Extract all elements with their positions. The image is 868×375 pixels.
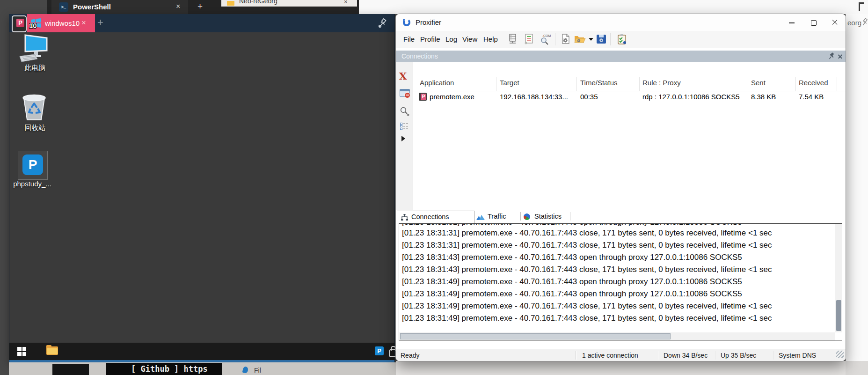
- scrollbar-thumb[interactable]: [400, 333, 671, 339]
- cell-target: 192.168.188.134:33...: [500, 93, 568, 101]
- premotem-app-icon: P: [419, 93, 427, 101]
- toolbar-separator: [555, 33, 555, 45]
- rdp-tabbar[interactable]: P 10 windwos10 × +: [9, 14, 394, 32]
- minimize-button[interactable]: [781, 14, 802, 31]
- background-window-strip: [396, 361, 846, 375]
- rdp-client-window: P 10 windwos10 × +: [9, 14, 395, 362]
- tray-phpstudy-icon[interactable]: P: [375, 346, 384, 355]
- menu-help[interactable]: Help: [482, 31, 499, 48]
- status-down-rate: Down 34 B/sec: [664, 349, 708, 361]
- unpin-icon[interactable]: [378, 18, 388, 29]
- pin-panel-icon[interactable]: [829, 52, 835, 60]
- log-horizontal-scrollbar[interactable]: [399, 332, 835, 340]
- tab-powershell[interactable]: >_ PowerShell ×: [51, 0, 188, 14]
- proxifier-menubar: File Profile Log View Help .COM: [396, 31, 846, 48]
- column-separator[interactable]: [795, 77, 796, 91]
- menu-file[interactable]: File: [402, 31, 416, 48]
- table-row[interactable]: [413, 91, 846, 103]
- text-fragment: Fil: [254, 367, 261, 374]
- column-separator[interactable]: [496, 77, 496, 91]
- new-session-button[interactable]: +: [97, 14, 103, 32]
- column-separator[interactable]: [748, 77, 748, 91]
- traffic-tab-icon: [476, 214, 485, 220]
- cell-time-status: 00:35: [580, 93, 598, 101]
- status-dns-mode: System DNS: [779, 349, 816, 361]
- column-header-rule-proxy[interactable]: Rule : Proxy: [642, 79, 681, 87]
- close-tab-icon[interactable]: ×: [81, 14, 86, 32]
- log-line: [01.23 18:31:49] premotem.exe - 40.70.16…: [402, 276, 837, 288]
- desktop-icon-label: 此电脑: [14, 64, 56, 73]
- log-line: [01.23 18:31:31] premotem.exe - 40.70.16…: [402, 239, 837, 251]
- status-bar: Ready 1 active connection Down 34 B/sec …: [396, 349, 846, 361]
- column-separator[interactable]: [837, 77, 837, 91]
- desktop-icon-label: phpstudy_...: [11, 180, 53, 188]
- connections-panel: X: [396, 62, 846, 210]
- column-separator[interactable]: [639, 77, 640, 91]
- explorer-window-titlebar[interactable]: Neo-reGeorg ×: [221, 0, 357, 7]
- log-options-icon[interactable]: [616, 33, 628, 45]
- tab-connections[interactable]: Connections: [397, 211, 474, 224]
- folder-icon: [47, 348, 58, 354]
- block-badge: [404, 92, 410, 98]
- scrollbar-thumb[interactable]: [836, 300, 841, 331]
- proxy-servers-icon[interactable]: [506, 33, 518, 45]
- phpstudy-icon: P: [22, 154, 43, 175]
- window-title: Proxifier: [416, 14, 441, 31]
- background-window-right: eorg: [846, 14, 868, 361]
- dns-com-resolve-icon[interactable]: .COM: [539, 33, 551, 45]
- menu-profile[interactable]: Profile: [419, 31, 441, 48]
- menu-log[interactable]: Log: [445, 31, 458, 48]
- cell-application: premotem.exe: [430, 93, 474, 101]
- desktop-icon-recycle-bin[interactable]: 回收站: [14, 92, 56, 134]
- column-header-application[interactable]: Application: [420, 79, 454, 87]
- background-window-fragment: [52, 364, 89, 375]
- close-button[interactable]: [824, 14, 846, 31]
- save-profile-icon[interactable]: [595, 33, 607, 45]
- close-panel-icon[interactable]: [838, 54, 843, 59]
- tab-separator: [570, 212, 570, 221]
- new-tab-button[interactable]: +: [197, 0, 203, 14]
- minimize-icon: [789, 22, 795, 23]
- proxifier-titlebar[interactable]: Proxifier: [396, 14, 846, 31]
- column-header-received[interactable]: Received: [799, 79, 828, 87]
- block-app-window-icon[interactable]: [400, 89, 410, 97]
- panel-tabbar: Connections Traffic Statistics: [396, 210, 846, 223]
- close-window-icon[interactable]: ×: [344, 0, 348, 5]
- background-window-strip: [846, 361, 868, 375]
- cell-sent: 8.38 KB: [751, 93, 776, 101]
- background-terminal: [ Github ] https: [106, 363, 222, 375]
- menu-view[interactable]: View: [461, 31, 478, 48]
- tab-traffic[interactable]: Traffic: [475, 212, 519, 222]
- this-pc-icon: [19, 34, 50, 64]
- tab-statistics[interactable]: Statistics: [522, 212, 568, 222]
- traffic-rules-icon[interactable]: [523, 33, 535, 45]
- expand-panel-icon[interactable]: [401, 136, 405, 141]
- log-line: [01.23 18:31:49] premotem.exe - 40.70.16…: [402, 300, 837, 312]
- column-header-sent[interactable]: Sent: [751, 79, 766, 87]
- connections-panel-caption: Connections: [396, 51, 846, 62]
- column-header-target[interactable]: Target: [500, 79, 519, 87]
- desktop-icon-this-pc[interactable]: 此电脑: [14, 33, 56, 72]
- start-button-icon[interactable]: [17, 347, 26, 356]
- maximize-icon: [811, 20, 817, 26]
- resize-grip[interactable]: [836, 351, 844, 358]
- open-profile-dropdown-icon[interactable]: [589, 38, 593, 41]
- maximize-button[interactable]: [802, 14, 824, 31]
- new-profile-icon[interactable]: [560, 33, 572, 45]
- open-profile-icon[interactable]: [574, 33, 586, 45]
- close-connection-icon[interactable]: X: [399, 70, 407, 82]
- log-vertical-scrollbar[interactable]: [835, 224, 842, 332]
- find-connection-icon[interactable]: [400, 107, 410, 117]
- close-tab-icon[interactable]: ×: [176, 0, 180, 14]
- column-header-time-status[interactable]: Time/Status: [580, 79, 617, 87]
- status-up-rate: Up 35 B/sec: [721, 349, 756, 361]
- column-separator[interactable]: [576, 77, 577, 91]
- pin-icon: [862, 18, 868, 27]
- svg-text:.COM: .COM: [542, 34, 551, 37]
- background-window-top: [359, 0, 868, 14]
- unknown-glyph-fragment: [859, 2, 864, 11]
- tab-windwos10[interactable]: 10 windwos10 ×: [27, 14, 95, 32]
- tab-title: PowerShell: [73, 0, 111, 14]
- list-view-icon[interactable]: [400, 123, 408, 130]
- tab-label: Traffic: [488, 213, 506, 220]
